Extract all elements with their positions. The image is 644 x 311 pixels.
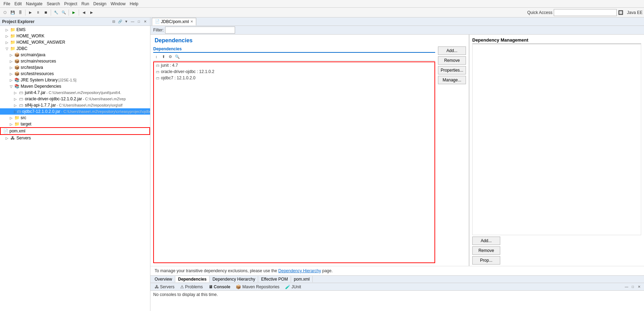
menu-search[interactable]: Search (44, 1, 62, 7)
tab-close-btn[interactable]: ✕ (190, 20, 193, 23)
filter-input[interactable] (165, 27, 235, 34)
menu-edit[interactable]: Edit (12, 1, 24, 7)
console-tab-junit[interactable]: 🧪 JUnit (283, 284, 303, 290)
tree-item-maven-deps[interactable]: ▽ 📚 Maven Dependencies (0, 83, 150, 89)
tab-effective-pom[interactable]: Effective POM (258, 276, 291, 282)
tree-item-jre-library[interactable]: ▷ 📚 JRE System Library [J2SE-1.5] (0, 77, 150, 83)
remove-dependency-btn[interactable]: Remove (438, 56, 466, 65)
toolbar-btn-9[interactable]: ◀ (80, 9, 87, 16)
tree-item-ems[interactable]: ▷ 📁 EMS (0, 27, 150, 33)
toolbar-btn-8[interactable]: 🔍 (60, 9, 67, 16)
toolbar-btn-1[interactable]: ⬡ (1, 9, 8, 16)
maximize-icon[interactable]: □ (136, 19, 142, 24)
console-maximize-icon[interactable]: □ (630, 284, 636, 290)
tree-item-homework-answer[interactable]: ▷ 📁 HOME_WORK_ANSWER (0, 39, 150, 45)
project-explorer-title: Project Explorer (2, 19, 35, 24)
add-dependency-btn[interactable]: Add... (438, 46, 466, 55)
menu-project[interactable]: Project (62, 1, 79, 7)
dep-item-ojdbc7[interactable]: 🗃 ojdbc7 : 12.1.0.2.0 (154, 75, 434, 81)
console-tabs: 🖧 Servers ⚠ Problems 🖥 Console 📦 Maven R… (153, 284, 303, 290)
chevron-src-test-resources: ▷ (10, 72, 14, 76)
dep-label-oracle: oracle-driver-ojdbc : 12.1.0.2 (161, 69, 214, 74)
dep-mgmt-prop-btn[interactable]: Prop... (472, 256, 500, 265)
editor-area: 📄 JDBC/pom.xml ✕ Filter: Dependencies (150, 17, 644, 311)
dep-mgmt-add-btn[interactable]: Add... (472, 237, 500, 245)
console-tab-maven-repos[interactable]: 📦 Maven Repositories (234, 284, 281, 290)
chevron-ojdbc7-jar: ▷ (14, 110, 17, 114)
toolbar-btn-6[interactable]: ⏹ (42, 9, 49, 16)
tab-jdbc-pom[interactable]: 📄 JDBC/pom.xml ✕ (152, 18, 196, 26)
tree-label-ojdbc7-jar: ojdbc7-12.1.0.2.0.jar (22, 109, 60, 114)
problems-tab-icon: ⚠ (180, 284, 185, 289)
dep-mgmt-remove-btn[interactable]: Remove (472, 246, 500, 255)
tree-label-jre-library: JRE System Library (21, 78, 58, 82)
menu-window[interactable]: Window (108, 1, 128, 7)
manage-btn[interactable]: Manage... (438, 76, 466, 84)
pom-title: Dependencies (150, 35, 469, 45)
tree-item-src-test-resources[interactable]: ▷ 📦 src/test/resources (0, 71, 150, 77)
dep-toolbar-icon-2[interactable]: ⬆ (160, 53, 167, 60)
tab-dep-hierarchy[interactable]: Dependency Hierarchy (210, 276, 258, 282)
tree-item-servers[interactable]: ▷ 🖧 Servers (0, 135, 150, 141)
filter-row: Filter: (150, 26, 644, 35)
tree-item-slf4j-jar[interactable]: ▷ 🗃 slf4j-api-1.7.7.jar - C:\Users\hasee… (0, 102, 150, 108)
console-toolbar-icons: — □ ✕ (624, 284, 642, 290)
tree-item-src-main-resources[interactable]: ▷ 📦 src/main/resources (0, 58, 150, 64)
tab-pom-xml[interactable]: pom.xml (291, 276, 313, 282)
tree-item-src-main-java[interactable]: ▷ 📦 src/main/java (0, 52, 150, 58)
tree-label-maven-deps: Maven Dependencies (21, 84, 61, 89)
view-menu-icon[interactable]: ▼ (123, 19, 129, 24)
tab-dependencies[interactable]: Dependencies (175, 276, 210, 282)
tab-overview[interactable]: Overview (152, 276, 175, 282)
quick-access-input[interactable] (554, 9, 617, 16)
tree-item-oracle-jar[interactable]: ▷ 🗃 oracle-driver-ojdbc-12.1.0.2.jar - C… (0, 96, 150, 102)
dep-item-junit[interactable]: 🗃 junit : 4.7 (154, 62, 434, 68)
toolbar-btn-5[interactable]: ⏸ (35, 9, 42, 16)
jar-icon-oracle: 🗃 (18, 96, 24, 102)
library-icon-maven: 📚 (14, 84, 20, 89)
chevron-servers: ▷ (6, 136, 10, 140)
console-close-icon[interactable]: ✕ (636, 284, 642, 290)
chevron-oracle-jar: ▷ (14, 97, 18, 101)
toolbar-btn-2[interactable]: 💾 (9, 9, 16, 16)
menu-file[interactable]: File (1, 1, 12, 7)
console-tab-console[interactable]: 🖥 Console (206, 284, 233, 290)
dep-jar-icon-ojdbc7: 🗃 (156, 76, 160, 80)
project-explorer-header: Project Explorer ⊟ 🔗 ▼ — □ ✕ (0, 17, 150, 26)
dep-toolbar-icon-3[interactable]: ⚙ (167, 53, 174, 60)
dep-toolbar-icon-1[interactable]: ↕ (153, 53, 160, 60)
menu-navigate[interactable]: Navigate (24, 1, 44, 7)
tree-item-junit-jar[interactable]: ▷ 🗃 junit-4.7.jar - C:\Users\hasee\.m2\r… (0, 89, 150, 96)
tree-item-ojdbc7-jar[interactable]: ▷ 🗃 ojdbc7-12.1.0.2.0.jar - C:\Users\has… (0, 108, 150, 115)
toolbar-btn-3[interactable]: 🗄 (17, 9, 24, 16)
dep-hierarchy-link[interactable]: Dependency Hierarchy (278, 268, 321, 273)
toolbar-btn-7[interactable]: 🔧 (52, 9, 59, 16)
tree-item-src[interactable]: ▷ 📁 src (0, 115, 150, 121)
console-content: No consoles to display at this time. (150, 291, 644, 298)
collapse-all-icon[interactable]: ⊟ (111, 19, 116, 24)
dep-left-panel: Dependencies ↕ ⬆ ⚙ 🔍 🗃 junit : 4.7 (153, 45, 435, 263)
src-icon-main-resources: 📦 (14, 58, 20, 64)
close-icon[interactable]: ✕ (142, 19, 148, 24)
console-header: 🖧 Servers ⚠ Problems 🖥 Console 📦 Maven R… (150, 283, 644, 291)
tree-item-src-test-java[interactable]: ▷ 📦 src/test/java (0, 64, 150, 71)
menu-run[interactable]: Run (79, 1, 91, 7)
toolbar-btn-run[interactable]: ▶ (70, 9, 77, 16)
tree-item-jdbc[interactable]: ▽ 📁 JDBC (0, 45, 150, 52)
tree-item-homework[interactable]: ▷ 📁 HOME_WORK (0, 33, 150, 39)
toolbar-btn-10[interactable]: ▶ (88, 9, 95, 16)
tree-item-target[interactable]: ▷ 📁 target (0, 121, 150, 127)
tree-item-pom-xml[interactable]: 📄 pom.xml (0, 127, 150, 135)
link-with-editor-icon[interactable]: 🔗 (117, 19, 123, 24)
console-tab-servers[interactable]: 🖧 Servers (153, 284, 177, 290)
dep-toolbar-icon-4[interactable]: 🔍 (174, 53, 181, 60)
minimize-icon[interactable]: — (130, 19, 135, 24)
properties-btn[interactable]: Properties... (438, 66, 466, 74)
dep-item-oracle[interactable]: 🗃 oracle-driver-ojdbc : 12.1.0.2 (154, 68, 434, 75)
console-minimize-icon[interactable]: — (624, 284, 629, 290)
console-tab-icon: 🖥 (208, 284, 214, 289)
console-tab-problems[interactable]: ⚠ Problems (178, 284, 205, 290)
toolbar-btn-4[interactable]: ▶ (27, 9, 34, 16)
menu-help[interactable]: Help (128, 1, 141, 7)
menu-design[interactable]: Design (91, 1, 108, 7)
